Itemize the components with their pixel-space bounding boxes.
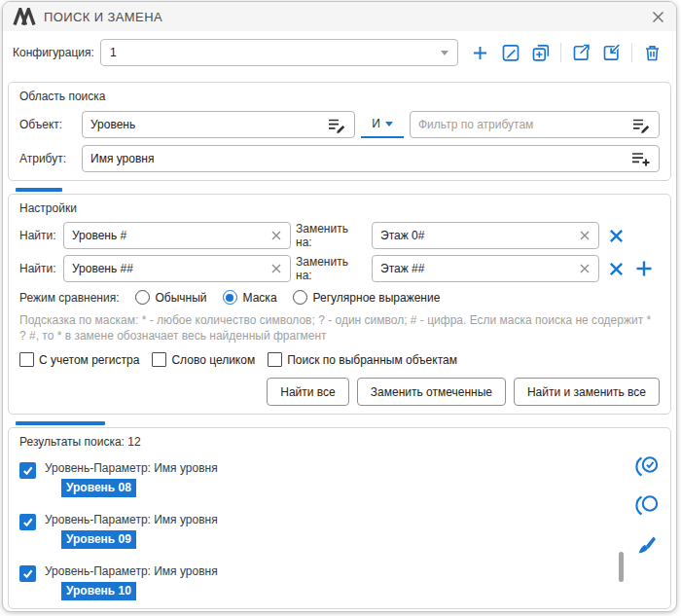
- replace-field[interactable]: [372, 222, 599, 249]
- object-row: Объект: И: [19, 111, 660, 138]
- object-input[interactable]: [90, 118, 321, 131]
- find-field[interactable]: [63, 222, 291, 249]
- edit-list-icon[interactable]: [327, 116, 346, 133]
- results-group: Результаты поиска: 12 Уровень-Параметр: …: [8, 427, 671, 609]
- toolbar-separator: [560, 43, 561, 62]
- edit-list-icon[interactable]: [631, 116, 651, 133]
- replace-field[interactable]: [372, 255, 599, 282]
- replace-input[interactable]: [380, 229, 573, 242]
- logic-operator-value: И: [372, 117, 380, 130]
- attribute-filter-field[interactable]: [410, 111, 660, 138]
- app-logo-icon: [13, 8, 36, 25]
- find-input[interactable]: [72, 229, 265, 242]
- find-label: Найти:: [19, 229, 58, 242]
- find-label: Найти:: [19, 262, 58, 275]
- attribute-label: Атрибут:: [19, 152, 76, 165]
- remove-row-icon[interactable]: [604, 257, 627, 280]
- import-configuration-icon[interactable]: [599, 41, 624, 65]
- clear-icon[interactable]: [270, 230, 282, 241]
- delete-configuration-icon[interactable]: [640, 41, 664, 65]
- clear-icon[interactable]: [270, 263, 282, 274]
- results-title: Результаты поиска: 12: [19, 435, 660, 450]
- checkbox-whole-word[interactable]: Слово целиком: [152, 352, 255, 367]
- options-row: С учетом регистра Слово целиком Поиск по…: [19, 352, 660, 367]
- settings-group: Настройки Найти: Заменить на: Найти:: [8, 194, 671, 415]
- radio-mode-mask[interactable]: Маска: [223, 290, 277, 305]
- find-field[interactable]: [63, 255, 291, 282]
- results-title-label: Результаты поиска:: [19, 435, 125, 449]
- result-item: Уровень-Параметр: Имя уровня Уровень 08: [19, 461, 660, 497]
- logic-operator-dropdown[interactable]: И: [361, 111, 404, 138]
- checkbox-icon: [268, 352, 282, 367]
- compare-mode-row: Режим сравнения: Обычный Маска Регулярно…: [19, 290, 660, 305]
- replace-input[interactable]: [380, 262, 573, 275]
- replace-label: Заменить на:: [296, 222, 367, 249]
- chevron-down-icon: [441, 51, 448, 55]
- export-configuration-icon[interactable]: [569, 41, 593, 65]
- find-input[interactable]: [72, 262, 265, 275]
- search-replace-dialog: ПОИСК И ЗАМЕНА Конфигурация:: [2, 1, 677, 612]
- add-list-icon[interactable]: [630, 150, 651, 167]
- object-field[interactable]: [82, 111, 355, 138]
- checkbox-selected-objects[interactable]: Поиск по выбранным объектам: [268, 352, 457, 367]
- chevron-down-icon: [385, 122, 393, 127]
- configuration-label: Конфигурация:: [13, 46, 94, 59]
- result-checkbox-checked[interactable]: [19, 514, 36, 530]
- add-configuration-icon[interactable]: [468, 41, 492, 65]
- mask-hint-text: Подсказка по маскам: * - любое количеств…: [19, 312, 657, 344]
- result-item: Уровень-Параметр: Имя уровня Уровень 10: [19, 564, 660, 600]
- result-item: Уровень-Параметр: Имя уровня Уровень 09: [19, 513, 660, 549]
- radio-mode-regex[interactable]: Регулярное выражение: [293, 290, 441, 305]
- radio-icon: [135, 290, 150, 305]
- clear-icon[interactable]: [579, 263, 591, 274]
- checkbox-match-case[interactable]: С учетом регистра: [19, 352, 139, 367]
- checkbox-icon: [152, 352, 166, 367]
- radio-selected-icon: [223, 290, 237, 305]
- find-and-replace-all-button[interactable]: Найти и заменить все: [514, 378, 660, 406]
- result-checkbox-checked[interactable]: [19, 462, 36, 479]
- checkbox-icon: [19, 352, 34, 367]
- clear-icon[interactable]: [579, 230, 591, 241]
- attribute-filter-input[interactable]: [418, 118, 626, 131]
- result-label: Уровень-Параметр: Имя уровня: [45, 564, 218, 578]
- object-label: Объект:: [19, 118, 76, 131]
- attribute-row: Атрибут:: [19, 145, 660, 172]
- close-icon[interactable]: [652, 11, 664, 23]
- replace-label: Заменить на:: [296, 255, 367, 282]
- result-label: Уровень-Параметр: Имя уровня: [45, 461, 218, 475]
- result-highlighted-value: Уровень 09: [61, 530, 136, 549]
- add-row-icon[interactable]: [632, 257, 656, 280]
- uncheck-all-icon[interactable]: [633, 492, 660, 519]
- remove-row-icon[interactable]: [604, 224, 627, 247]
- replace-checked-button[interactable]: Заменить отмеченные: [357, 378, 506, 406]
- results-scrollbar-thumb[interactable]: [619, 552, 624, 582]
- configuration-combobox[interactable]: [100, 39, 458, 66]
- check-all-icon[interactable]: [633, 453, 660, 480]
- settings-accent-tab: [16, 188, 62, 192]
- results-accent-tab: [16, 421, 105, 425]
- compare-mode-label: Режим сравнения:: [19, 291, 120, 305]
- duplicate-configuration-icon[interactable]: [528, 41, 553, 65]
- find-replace-row: Найти: Заменить на:: [19, 222, 660, 249]
- result-highlighted-value: Уровень 10: [61, 582, 136, 600]
- result-checkbox-checked[interactable]: [19, 565, 36, 582]
- configuration-input[interactable]: [110, 46, 441, 59]
- search-area-group: Область поиска Объект: И: [8, 82, 671, 181]
- result-highlighted-value: Уровень 08: [61, 479, 136, 497]
- page-title: ПОИСК И ЗАМЕНА: [44, 10, 162, 24]
- configuration-row: Конфигурация:: [3, 31, 676, 73]
- attribute-input[interactable]: [90, 152, 625, 165]
- clear-results-brush-icon[interactable]: [633, 531, 660, 558]
- attribute-field[interactable]: [82, 145, 660, 172]
- find-all-button[interactable]: Найти все: [267, 378, 349, 406]
- search-area-title: Область поиска: [19, 90, 660, 104]
- action-buttons-row: Найти все Заменить отмеченные Найти и за…: [19, 378, 660, 406]
- radio-icon: [293, 290, 307, 305]
- edit-configuration-icon[interactable]: [498, 41, 522, 65]
- find-replace-row: Найти: Заменить на:: [19, 255, 660, 282]
- settings-title: Настройки: [19, 201, 660, 216]
- result-label: Уровень-Параметр: Имя уровня: [45, 513, 218, 526]
- results-count: 12: [127, 435, 140, 449]
- toolbar-separator: [631, 43, 632, 62]
- radio-mode-normal[interactable]: Обычный: [135, 290, 207, 305]
